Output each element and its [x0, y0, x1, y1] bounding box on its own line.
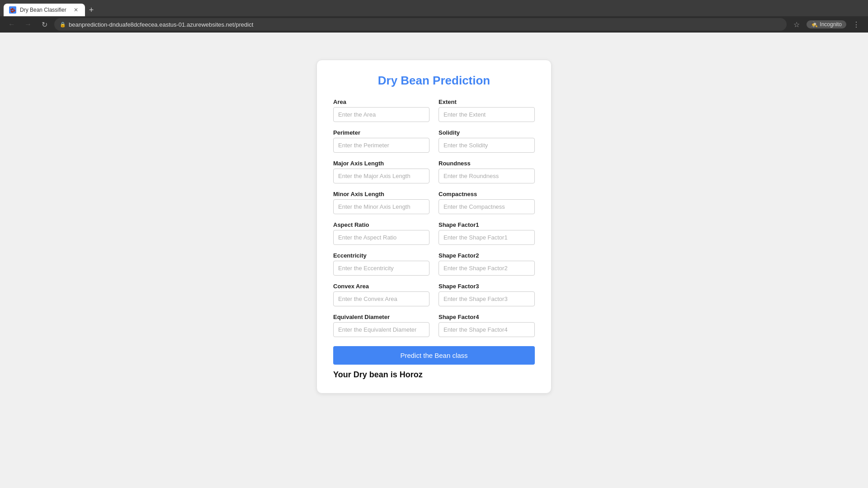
toolbar-actions: ☆ 🕵 Incognito ⋮: [790, 18, 863, 31]
field-group-shape_factor3: Shape Factor3: [439, 283, 535, 306]
input-aspect_ratio[interactable]: [333, 230, 429, 245]
label-roundness: Roundness: [439, 160, 535, 167]
field-group-eccentricity: Eccentricity: [333, 252, 429, 276]
field-group-solidity: Solidity: [439, 129, 535, 153]
browser-chrome: 🫘 Dry Bean Classifier ✕ + ← → ↻ 🔒 beanpr…: [0, 0, 868, 33]
page-title: Dry Bean Prediction: [333, 74, 535, 88]
label-compactness: Compactness: [439, 191, 535, 197]
input-equivalent_diameter[interactable]: [333, 322, 429, 337]
back-button[interactable]: ←: [5, 18, 18, 31]
input-shape_factor4[interactable]: [439, 322, 535, 337]
input-shape_factor1[interactable]: [439, 230, 535, 245]
label-shape_factor2: Shape Factor2: [439, 252, 535, 259]
label-major_axis_length: Major Axis Length: [333, 160, 429, 167]
field-group-shape_factor2: Shape Factor2: [439, 252, 535, 276]
form-grid: AreaExtentPerimeterSolidityMajor Axis Le…: [333, 99, 535, 337]
url-text: beanprediction-dnduafe8dcfeecea.eastus-0…: [69, 21, 253, 28]
label-area: Area: [333, 99, 429, 105]
menu-icon[interactable]: ⋮: [850, 18, 863, 31]
incognito-icon: 🕵: [811, 21, 818, 28]
browser-tabs: 🫘 Dry Bean Classifier ✕ +: [0, 0, 868, 16]
label-aspect_ratio: Aspect Ratio: [333, 221, 429, 228]
tab-title: Dry Bean Classifier: [20, 7, 69, 13]
new-tab-button[interactable]: +: [85, 4, 98, 16]
tab-favicon: 🫘: [9, 6, 16, 14]
field-group-major_axis_length: Major Axis Length: [333, 160, 429, 183]
input-extent[interactable]: [439, 107, 535, 122]
bookmark-icon[interactable]: ☆: [790, 18, 803, 31]
active-tab[interactable]: 🫘 Dry Bean Classifier ✕: [4, 4, 85, 16]
browser-toolbar: ← → ↻ 🔒 beanprediction-dnduafe8dcfeecea.…: [0, 16, 868, 33]
input-roundness[interactable]: [439, 169, 535, 183]
input-major_axis_length[interactable]: [333, 169, 429, 183]
label-solidity: Solidity: [439, 129, 535, 136]
input-minor_axis_length[interactable]: [333, 199, 429, 214]
label-shape_factor1: Shape Factor1: [439, 221, 535, 228]
field-group-compactness: Compactness: [439, 191, 535, 214]
label-perimeter: Perimeter: [333, 129, 429, 136]
tab-close-button[interactable]: ✕: [72, 6, 80, 14]
field-group-area: Area: [333, 99, 429, 122]
input-area[interactable]: [333, 107, 429, 122]
field-group-shape_factor4: Shape Factor4: [439, 314, 535, 337]
incognito-label: Incognito: [820, 21, 842, 28]
field-group-convex_area: Convex Area: [333, 283, 429, 306]
field-group-shape_factor1: Shape Factor1: [439, 221, 535, 245]
incognito-badge: 🕵 Incognito: [807, 20, 846, 28]
lock-icon: 🔒: [60, 22, 66, 28]
input-eccentricity[interactable]: [333, 261, 429, 276]
field-group-aspect_ratio: Aspect Ratio: [333, 221, 429, 245]
input-perimeter[interactable]: [333, 138, 429, 153]
input-solidity[interactable]: [439, 138, 535, 153]
label-minor_axis_length: Minor Axis Length: [333, 191, 429, 197]
field-group-equivalent_diameter: Equivalent Diameter: [333, 314, 429, 337]
field-group-roundness: Roundness: [439, 160, 535, 183]
input-convex_area[interactable]: [333, 291, 429, 306]
forward-button[interactable]: →: [22, 18, 34, 31]
reload-button[interactable]: ↻: [38, 18, 51, 31]
field-group-perimeter: Perimeter: [333, 129, 429, 153]
page-content: Dry Bean Prediction AreaExtentPerimeterS…: [0, 33, 868, 488]
label-eccentricity: Eccentricity: [333, 252, 429, 259]
label-equivalent_diameter: Equivalent Diameter: [333, 314, 429, 320]
label-shape_factor4: Shape Factor4: [439, 314, 535, 320]
form-card: Dry Bean Prediction AreaExtentPerimeterS…: [316, 60, 552, 394]
label-convex_area: Convex Area: [333, 283, 429, 290]
result-text: Your Dry bean is Horoz: [333, 370, 535, 380]
address-bar[interactable]: 🔒 beanprediction-dnduafe8dcfeecea.eastus…: [54, 18, 787, 31]
input-compactness[interactable]: [439, 199, 535, 214]
field-group-minor_axis_length: Minor Axis Length: [333, 191, 429, 214]
input-shape_factor3[interactable]: [439, 291, 535, 306]
field-group-extent: Extent: [439, 99, 535, 122]
label-extent: Extent: [439, 99, 535, 105]
predict-button[interactable]: Predict the Bean class: [333, 346, 535, 365]
input-shape_factor2[interactable]: [439, 261, 535, 276]
label-shape_factor3: Shape Factor3: [439, 283, 535, 290]
